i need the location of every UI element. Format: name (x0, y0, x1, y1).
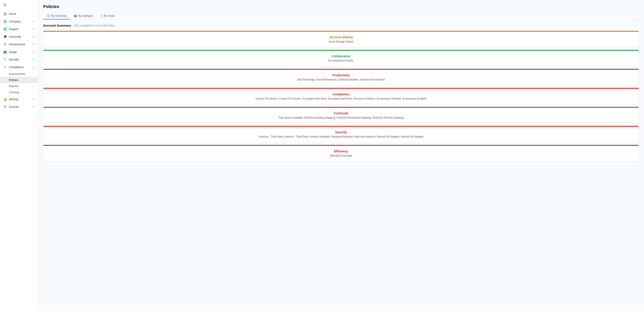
sidebar-item-account[interactable]: ⚙ Account ▼ (0, 103, 38, 110)
support-icon: 🌐 (4, 27, 7, 31)
chevron-icon: ▼ (32, 28, 34, 30)
tab-by-asset[interactable]: ⚠ By Asset (97, 12, 118, 19)
usage-icon: 👥 (4, 50, 7, 53)
sidebar-item-usage[interactable]: 👥 Usage ▼ (0, 48, 38, 55)
card-body: Collaboration No compliance issues. (43, 51, 639, 66)
chevron-icon: ▼ (32, 43, 34, 45)
policy-cards-container: Decision Making Cloud Storage Search Col… (43, 31, 639, 161)
chevron-icon: ▼ (32, 98, 34, 100)
sidebar-sub-item-policies[interactable]: Policies (0, 77, 38, 83)
card-name: Collaboration (48, 54, 634, 58)
chevron-icon: ▼ (32, 106, 34, 108)
security-icon: 🛡 (4, 58, 7, 61)
sidebar-item-security[interactable]: 🛡 Security ▼ (0, 55, 38, 63)
sidebar-item-label: Security (9, 58, 19, 61)
sidebar-item-label: Home (9, 12, 16, 15)
tab-label: By Summary (51, 14, 67, 17)
card-name: Decision Making (48, 35, 634, 39)
card-items: Warranty Coverage (48, 154, 634, 157)
sidebar-item-label: University (9, 35, 21, 38)
tab-by-category[interactable]: 📦 By Category (70, 12, 97, 19)
card-name: Efficiency (48, 150, 634, 153)
hamburger-icon[interactable]: ☰ (0, 0, 38, 10)
university-icon: 🎓 (4, 35, 7, 38)
chevron-icon: ▼ (32, 58, 34, 61)
card-items: Old Technology, Slow Performance, Softwa… (48, 78, 634, 81)
sidebar-item-company[interactable]: 🏢 Company ▲ (0, 17, 38, 25)
card-name: Security (48, 131, 634, 134)
policy-card-productivity[interactable]: Productivity Old Technology, Slow Perfor… (43, 69, 639, 85)
section-title: Account Summary (43, 24, 71, 27)
card-items: Current OS Version, Current OS Version, … (48, 97, 634, 100)
sidebar-item-alerting[interactable]: 🔔 Alerting ▼ (0, 95, 38, 103)
tab-bar: 📋 By Summary 📦 By Category ⚠ By Asset (43, 12, 639, 19)
card-items: Antivirus - Third Party, Antivirus - Thi… (48, 135, 634, 138)
sidebar-item-label: Account (9, 105, 19, 108)
policy-card-security[interactable]: Security Antivirus - Third Party, Antivi… (43, 126, 639, 142)
home-icon: 🏠 (4, 12, 7, 15)
card-body: Efficiency Warranty Coverage (43, 146, 639, 161)
card-body: Compliance Current OS Version, Current O… (43, 89, 639, 104)
section-hint: Click a category for more information. (74, 24, 116, 27)
category-tab-icon: 📦 (74, 14, 77, 17)
card-name: Continuity (48, 112, 634, 115)
sidebar-item-support[interactable]: 🌐 Support ▼ (0, 25, 38, 33)
policy-card-efficiency[interactable]: Efficiency Warranty Coverage (43, 145, 639, 161)
chevron-icon: ▲ (32, 66, 34, 68)
alerting-icon: 🔔 (4, 97, 7, 101)
sidebar-item-label: Support (9, 27, 18, 31)
card-body: Productivity Old Technology, Slow Perfor… (43, 70, 639, 85)
sidebar-item-university[interactable]: 🎓 University ▼ (0, 33, 38, 40)
sidebar-item-label: Company (9, 20, 21, 23)
policy-card-continuity[interactable]: Continuity Free Space Available, OneDriv… (43, 107, 639, 123)
card-name: Compliance (48, 92, 634, 96)
card-items: Cloud Storage Search (48, 40, 634, 43)
tab-by-summary[interactable]: 📋 By Summary (43, 12, 70, 19)
summary-tab-icon: 📋 (46, 14, 50, 17)
sidebar-item-compliance[interactable]: ⚠ Compliance ▲ (0, 63, 38, 71)
policy-card-decision-making[interactable]: Decision Making Cloud Storage Search (43, 31, 639, 47)
sidebar: ☰ 🏠 Home 🏢 Company ▲ 🌐 Support ▼ 🎓 Unive… (0, 0, 38, 311)
company-icon: 🏢 (4, 20, 7, 23)
card-name: Productivity (48, 73, 634, 77)
sub-item-label: Reports (9, 84, 18, 88)
sidebar-item-label: Alerting (9, 98, 18, 101)
sidebar-item-infrastructure[interactable]: 🖥 Infrastructure ▼ (0, 40, 38, 48)
sidebar-sub-item-assessments[interactable]: Assessments (0, 71, 38, 77)
sidebar-item-home[interactable]: 🏠 Home (0, 10, 38, 17)
sidebar-item-label: Usage (9, 50, 17, 53)
chevron-icon: ▲ (32, 20, 34, 22)
chevron-icon: ▼ (32, 35, 34, 38)
infrastructure-icon: 🖥 (4, 42, 7, 46)
card-items: Free Space Available, OneDrive Desktop M… (48, 116, 634, 119)
sidebar-sub-item-training[interactable]: Training (0, 89, 38, 95)
sub-item-label: Policies (9, 78, 18, 81)
policy-card-collaboration[interactable]: Collaboration No compliance issues. (43, 50, 639, 66)
card-body: Continuity Free Space Available, OneDriv… (43, 108, 639, 123)
sub-item-label: Training (9, 91, 18, 94)
asset-tab-icon: ⚠ (100, 14, 103, 17)
compliance-icon: ⚠ (4, 65, 7, 69)
account-icon: ⚙ (4, 105, 7, 108)
sidebar-item-label: Compliance (9, 65, 24, 69)
tab-label: By Category (78, 14, 94, 17)
policy-card-compliance[interactable]: Compliance Current OS Version, Current O… (43, 88, 639, 104)
main-content: Policies 📋 By Summary 📦 By Category ⚠ By… (38, 0, 644, 311)
page-title: Policies (43, 4, 639, 9)
card-body: Decision Making Cloud Storage Search (43, 32, 639, 47)
tab-label: By Asset (104, 14, 115, 17)
chevron-icon: ▼ (32, 51, 34, 53)
sub-item-label: Assessments (9, 72, 25, 75)
sidebar-sub-item-reports[interactable]: Reports (0, 83, 38, 89)
card-items: No compliance issues. (48, 59, 634, 62)
section-header: Account Summary Click a category for mor… (43, 24, 639, 27)
sidebar-item-label: Infrastructure (9, 43, 25, 46)
card-body: Security Antivirus - Third Party, Antivi… (43, 127, 639, 142)
